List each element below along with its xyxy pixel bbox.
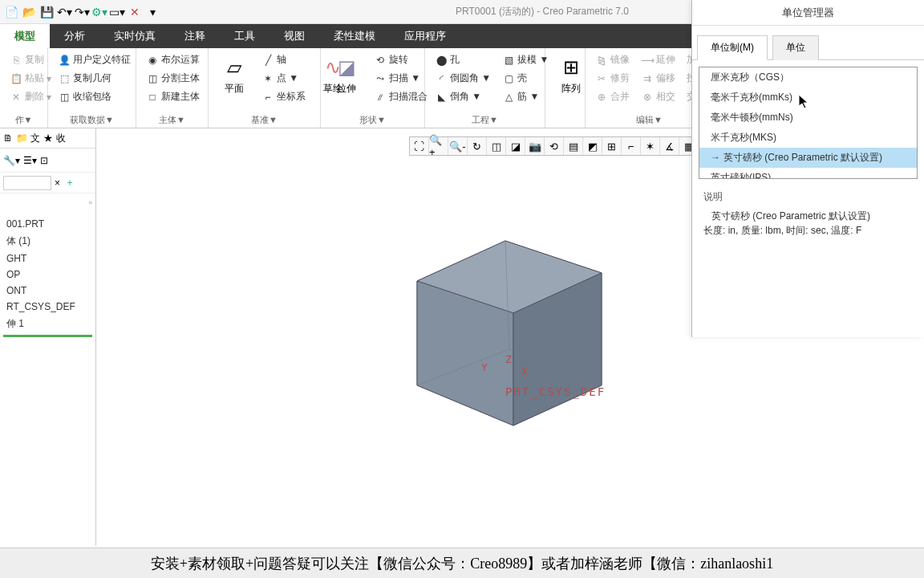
windows-icon[interactable]: ▭▾	[109, 4, 125, 20]
qat-more-icon[interactable]: ▾	[144, 4, 160, 20]
add-icon[interactable]: ＋	[65, 176, 75, 189]
tree-tab-icon[interactable]: 🗎	[3, 132, 13, 144]
unit-mmns[interactable]: 毫米牛顿秒(mmNs)	[699, 108, 917, 128]
draft-icon: ▧	[502, 54, 515, 67]
point-button[interactable]: ✶点 ▼	[258, 70, 309, 87]
settings-icon[interactable]: 🔧▾	[3, 155, 20, 166]
redo-icon[interactable]: ↷▾	[74, 4, 90, 20]
unit-system-list[interactable]: 厘米克秒（CGS） 毫米千克秒(mmKs) 毫米牛顿秒(mmNs) 米千克秒(M…	[699, 67, 918, 179]
sidebar-tabs: 🗎 📁 文 ★ 收	[0, 128, 95, 149]
tree-item-body[interactable]: 体 (1)	[0, 232, 95, 250]
tab-flex[interactable]: 柔性建模	[319, 24, 390, 48]
tab-apps[interactable]: 应用程序	[390, 24, 460, 48]
tab-model[interactable]: 模型	[0, 24, 50, 48]
trim-button[interactable]: ✂修剪	[592, 70, 633, 87]
regen-icon[interactable]: ⚙▾	[91, 4, 107, 20]
unit-mks[interactable]: 米千克秒(MKS)	[699, 128, 917, 148]
unit-ips[interactable]: 英寸磅秒(IPS)	[699, 168, 917, 179]
delete-icon: ✕	[10, 91, 22, 104]
extend-button[interactable]: ⟶延伸	[638, 51, 679, 68]
close-icon[interactable]: ✕	[127, 4, 143, 20]
camera-icon[interactable]: 📷	[525, 137, 545, 155]
unit-mmks[interactable]: 毫米千克秒(mmKs)	[699, 88, 917, 108]
sweep-button[interactable]: ⤳扫描 ▼	[371, 70, 431, 87]
round-button[interactable]: ◜倒圆角 ▼	[432, 70, 494, 87]
datum2-icon[interactable]: ⊞	[602, 137, 622, 155]
shell-button[interactable]: ▢壳	[499, 70, 552, 87]
filter-icon[interactable]: ☰▾	[23, 155, 37, 166]
copygeom-button[interactable]: ⬚复制几何	[55, 70, 134, 87]
draft-button[interactable]: ▧拔模 ▼	[499, 51, 552, 68]
tab-view[interactable]: 视图	[270, 24, 319, 48]
tree-item-front[interactable]: ONT	[0, 283, 95, 299]
revolve-icon: ⟲	[374, 54, 387, 67]
tree-search-input[interactable]	[3, 176, 51, 190]
mirror-button[interactable]: ⧎镜像	[592, 51, 633, 68]
open-icon[interactable]: 📂	[21, 4, 37, 20]
axis-button[interactable]: ╱轴	[258, 51, 309, 68]
axis-z: Z	[505, 353, 513, 365]
tab-unit[interactable]: 单位	[772, 35, 819, 60]
tab-simulate[interactable]: 实时仿真	[99, 24, 170, 48]
tree-item-top[interactable]: OP	[0, 267, 95, 283]
group-body: 主体▼	[136, 114, 208, 126]
tree-item-part[interactable]: 001.PRT	[0, 216, 95, 232]
repaint-icon[interactable]: ↻	[468, 137, 487, 155]
unit-ipls-default[interactable]: →英寸磅秒 (Creo Parametric 默认设置)	[699, 148, 917, 168]
shrink-button[interactable]: ◫收缩包络	[55, 88, 134, 105]
datum3-icon[interactable]: ⌐	[622, 137, 641, 155]
undo-icon[interactable]: ↶▾	[56, 4, 72, 20]
zoomout-icon[interactable]: 🔍-	[448, 137, 468, 155]
zoomin-icon[interactable]: 🔍+	[429, 137, 448, 155]
views-icon[interactable]: ⟲	[545, 137, 564, 155]
tab-unit-system[interactable]: 单位制(M)	[697, 35, 768, 60]
tree-box-icon[interactable]: ▫	[89, 197, 92, 210]
delete-button[interactable]: ✕删除▾	[6, 88, 55, 105]
pattern-button[interactable]: ⊞阵列	[552, 51, 590, 99]
save-icon[interactable]: 💾	[38, 4, 55, 20]
extend-icon: ⟶	[641, 54, 654, 67]
offset-button[interactable]: ⇉偏移	[638, 70, 679, 87]
copygeom-icon: ⬚	[58, 72, 71, 85]
refit-icon[interactable]: ⛶	[410, 137, 429, 155]
style1-icon[interactable]: ◫	[487, 137, 506, 155]
tab-analysis[interactable]: 分析	[50, 24, 99, 48]
plane-button[interactable]: ▱平面	[215, 51, 253, 99]
revolve-button[interactable]: ⟲旋转	[371, 51, 431, 68]
folder-tab[interactable]: 📁 文	[16, 132, 40, 145]
intersect-button[interactable]: ⊗相交	[638, 88, 679, 105]
datum1-icon[interactable]: ◩	[583, 137, 602, 155]
csys-name: PRT_CSYS_DEF	[505, 385, 606, 398]
plane-icon: ▱	[221, 55, 247, 80]
new-icon[interactable]: 📄	[3, 4, 19, 20]
hole-button[interactable]: ⬤孔	[432, 51, 494, 68]
userdef-button[interactable]: 👤用户定义特征	[55, 51, 134, 68]
tree-item-csys[interactable]: RT_CSYS_DEF	[0, 299, 95, 315]
blend-button[interactable]: ⫽扫描混合	[371, 88, 431, 105]
paste-button[interactable]: 📋粘贴▾	[6, 70, 55, 87]
unit-cgs[interactable]: 厘米克秒（CGS）	[699, 67, 917, 88]
tab-annotate[interactable]: 注释	[170, 24, 220, 48]
chamfer-button[interactable]: ◣倒角 ▼	[432, 88, 494, 105]
copy-button[interactable]: ⎘复制	[6, 51, 55, 68]
tree-insert-bar[interactable]	[3, 335, 92, 337]
csys-icon: ⌐	[261, 91, 274, 104]
newbody-button[interactable]: □新建主体	[143, 88, 203, 105]
datum5-icon[interactable]: ∡	[660, 137, 679, 155]
bool-button[interactable]: ◉布尔运算	[143, 51, 203, 68]
datum4-icon[interactable]: ✶	[641, 137, 660, 155]
merge-button[interactable]: ⊕合并	[592, 88, 633, 105]
tab-tools[interactable]: 工具	[220, 24, 270, 48]
group-ops: 作▼	[0, 114, 47, 126]
split-button[interactable]: ◫分割主体	[143, 70, 203, 87]
csys-button[interactable]: ⌐坐标系	[258, 88, 309, 105]
style2-icon[interactable]: ◪	[506, 137, 525, 155]
rib-button[interactable]: △筋 ▼	[499, 88, 552, 105]
fav-tab[interactable]: ★ 收	[43, 132, 65, 145]
show-icon[interactable]: ⊡	[40, 155, 48, 166]
tree-item-extrude[interactable]: 伸 1	[0, 315, 95, 333]
tree-item-right[interactable]: GHT	[0, 250, 95, 267]
close-search-icon[interactable]: ×	[55, 177, 60, 189]
persp-icon[interactable]: ▤	[564, 137, 583, 155]
extrude-button[interactable]: ◪拉伸	[327, 51, 366, 99]
